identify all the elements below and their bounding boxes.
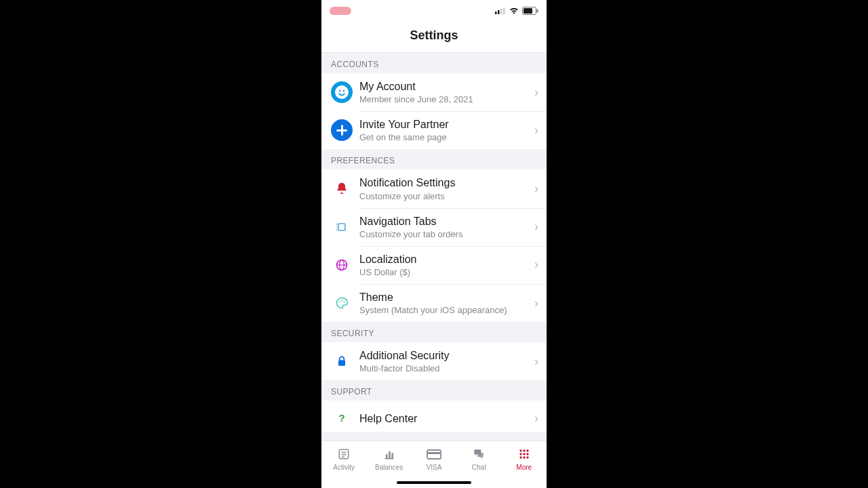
tab-label: Activity [333, 464, 355, 471]
svg-rect-27 [386, 454, 388, 459]
page-title: Settings [321, 28, 547, 43]
list-accounts: My Account Member since June 28, 2021 › … [321, 73, 547, 149]
section-header-security: SECURITY [321, 322, 547, 342]
row-sub: System (Match your iOS appearance) [359, 305, 530, 315]
row-sub: Customize your tab orders [359, 229, 530, 239]
svg-rect-31 [427, 452, 441, 454]
avatar-icon [331, 81, 353, 103]
bell-icon [331, 178, 353, 199]
svg-rect-2 [500, 9, 502, 14]
svg-point-39 [523, 456, 525, 458]
chevron-right-icon: › [530, 182, 538, 196]
svg-rect-6 [537, 9, 538, 13]
nav-header: Settings [321, 22, 547, 53]
row-notification-settings[interactable]: Notification Settings Customize your ale… [321, 169, 547, 207]
tab-chat[interactable]: Chat [458, 447, 499, 471]
row-sub: Multi-factor Disabled [359, 363, 530, 373]
bar-chart-icon [381, 447, 397, 462]
row-title: Theme [359, 291, 530, 304]
svg-rect-20 [338, 361, 345, 366]
svg-point-11 [336, 224, 338, 225]
grid-dots-icon [516, 447, 532, 462]
settings-scroll[interactable]: ACCOUNTS My Account Member since June 28… [321, 53, 547, 441]
home-indicator[interactable] [397, 481, 471, 484]
row-title: Invite Your Partner [359, 118, 530, 131]
row-title: Additional Security [359, 349, 530, 362]
svg-point-37 [526, 453, 528, 455]
row-my-account[interactable]: My Account Member since June 28, 2021 › [321, 73, 547, 111]
chevron-right-icon: › [530, 296, 538, 310]
row-sub: Customize your alerts [359, 191, 530, 201]
svg-rect-30 [427, 450, 441, 459]
row-title: Notification Settings [359, 176, 530, 189]
svg-point-9 [343, 90, 345, 92]
chevron-right-icon: › [530, 354, 538, 369]
section-header-accounts: ACCOUNTS [321, 53, 547, 73]
row-help-center[interactable]: ? Help Center › [321, 401, 547, 432]
section-header-support: SUPPORT [321, 380, 547, 401]
wifi-icon [509, 7, 519, 15]
row-additional-security[interactable]: Additional Security Multi-factor Disable… [321, 342, 547, 380]
tab-activity[interactable]: Activity [323, 447, 364, 471]
svg-rect-1 [498, 10, 500, 14]
svg-text:?: ? [338, 412, 344, 424]
card-icon [426, 447, 442, 462]
svg-point-19 [343, 301, 344, 302]
svg-point-32 [519, 449, 521, 451]
row-title: Help Center [359, 412, 530, 425]
tab-label: More [516, 464, 532, 471]
status-icons [495, 7, 538, 15]
svg-point-35 [519, 453, 521, 455]
svg-point-7 [335, 85, 349, 99]
palette-icon [331, 292, 353, 314]
chevron-right-icon: › [530, 220, 538, 234]
row-theme[interactable]: Theme System (Match your iOS appearance)… [321, 284, 547, 322]
row-title: Localization [359, 253, 530, 266]
tabs-icon [331, 216, 353, 238]
row-sub: Member since June 28, 2021 [359, 94, 530, 104]
svg-point-12 [336, 226, 338, 228]
section-header-preferences: PREFERENCES [321, 149, 547, 169]
svg-point-40 [526, 456, 528, 458]
list-support: ? Help Center › [321, 401, 547, 432]
list-icon [336, 447, 352, 462]
row-invite-partner[interactable]: Invite Your Partner Get on the same page… [321, 111, 547, 149]
chevron-right-icon: › [530, 123, 538, 138]
globe-icon [331, 254, 353, 276]
list-preferences: Notification Settings Customize your ale… [321, 169, 547, 322]
cellular-icon [495, 7, 506, 14]
row-sub: Get on the same page [359, 132, 530, 142]
chevron-right-icon: › [530, 258, 538, 272]
lock-icon [331, 350, 353, 372]
tab-bar: Activity Balances VISA Chat [321, 441, 547, 488]
tab-balances[interactable]: Balances [369, 447, 410, 471]
list-security: Additional Security Multi-factor Disable… [321, 342, 547, 380]
row-title: Navigation Tabs [359, 215, 530, 228]
svg-rect-28 [389, 451, 391, 459]
svg-rect-10 [338, 224, 345, 230]
phone-frame: Settings ACCOUNTS My Account Member sinc… [321, 0, 547, 488]
tab-label: VISA [427, 464, 442, 471]
svg-point-13 [336, 229, 338, 230]
tab-label: Chat [472, 464, 486, 471]
svg-point-38 [519, 456, 521, 458]
row-navigation-tabs[interactable]: Navigation Tabs Customize your tab order… [321, 208, 547, 246]
status-bar [321, 0, 547, 22]
svg-point-17 [339, 301, 340, 302]
time-pill [330, 7, 351, 15]
svg-rect-3 [503, 7, 505, 14]
plus-circle-icon [331, 119, 353, 141]
chat-icon [471, 447, 487, 462]
svg-point-33 [523, 449, 525, 451]
tab-visa[interactable]: VISA [414, 447, 454, 471]
battery-icon [522, 7, 538, 15]
svg-rect-29 [391, 453, 393, 458]
row-sub: US Dollar ($) [359, 267, 530, 277]
svg-point-18 [341, 300, 342, 301]
row-title: My Account [359, 80, 530, 93]
tab-label: Balances [375, 464, 403, 471]
chevron-right-icon: › [530, 85, 538, 100]
svg-rect-0 [495, 12, 497, 14]
row-localization[interactable]: Localization US Dollar ($) › [321, 246, 547, 284]
tab-more[interactable]: More [504, 447, 545, 471]
